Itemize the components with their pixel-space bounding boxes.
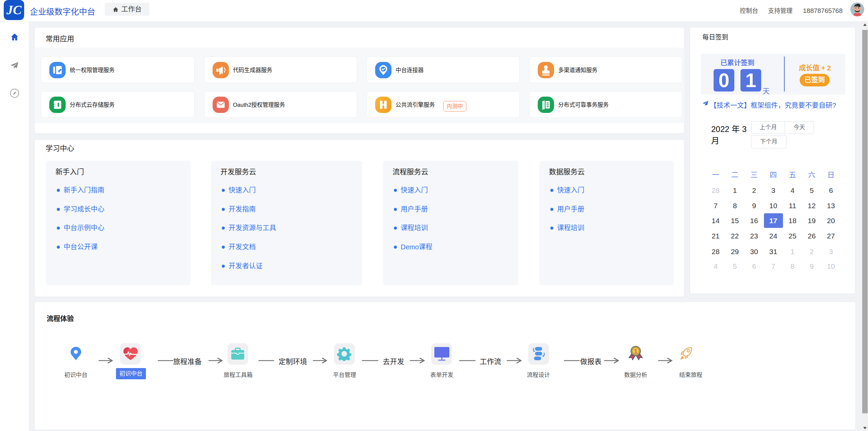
svg-text:JC: JC [6, 3, 22, 17]
svg-text:1: 1 [634, 348, 638, 355]
